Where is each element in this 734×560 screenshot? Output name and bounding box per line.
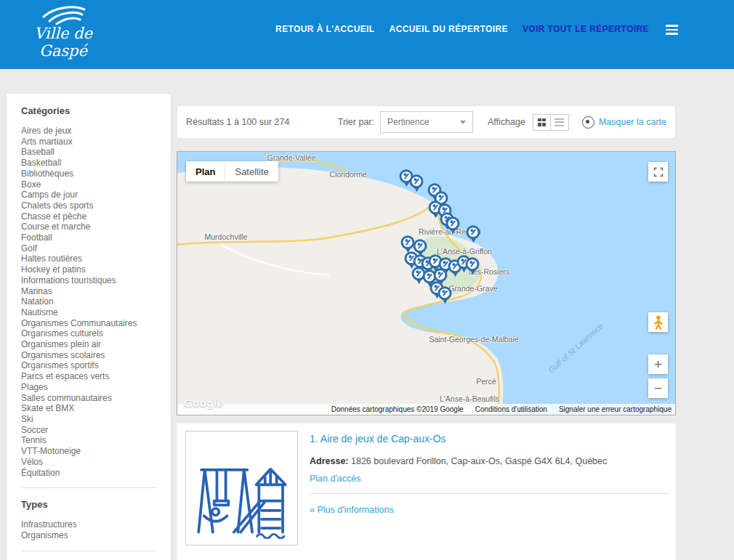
- nav-link[interactable]: ACCUEIL DU RÉPERTOIRE: [390, 24, 508, 34]
- map-canvas[interactable]: Grande-ValléeCloridormeMurdochvilleRiviè…: [177, 151, 676, 415]
- result-address: Adresse: 1826 boulevard Forillon, Cap-au…: [310, 456, 670, 466]
- access-map-link[interactable]: Plan d'accès: [310, 474, 360, 484]
- header-nav: RETOUR À L'ACCUEILACCUEIL DU RÉPERTOIREV…: [275, 24, 649, 34]
- sidebar-item[interactable]: Basketball: [21, 158, 156, 169]
- sidebar-item[interactable]: Équitation: [21, 468, 156, 479]
- sidebar-item[interactable]: Course et marche: [21, 222, 156, 232]
- nav-link[interactable]: RETOUR À L'ACCUEIL: [275, 24, 375, 34]
- map-place-label: Saint-Georges-de-Malbaie: [429, 335, 518, 344]
- map-plan-button[interactable]: Plan: [186, 161, 225, 182]
- sidebar-item[interactable]: Ski: [21, 414, 156, 425]
- map-pin-icon: [416, 241, 425, 251]
- list-view-button[interactable]: [551, 114, 569, 131]
- result-item: 1. Aire de jeux de Cap-aux-Os Adresse: 1…: [177, 423, 676, 560]
- report-error-link[interactable]: Signaler une erreur cartographique: [559, 405, 672, 413]
- sidebar-item[interactable]: Organismes scolaires: [21, 350, 156, 361]
- sidebar-item[interactable]: Natation: [21, 296, 156, 307]
- map-pin[interactable]: [467, 225, 480, 244]
- sidebar-item[interactable]: Chasse et pêche: [21, 211, 156, 222]
- sidebar-item[interactable]: Organismes Communautaires: [21, 318, 156, 329]
- sidebar-item[interactable]: Arts martiaux: [21, 137, 156, 147]
- list-icon: [554, 118, 564, 126]
- results-toolbar: Résultats 1 à 100 sur 274 Trier par: Per…: [177, 105, 676, 139]
- map-pin-head: [410, 174, 424, 188]
- grid-view-button[interactable]: [533, 114, 551, 131]
- map-pin[interactable]: [410, 174, 424, 193]
- sidebar-item[interactable]: Parcs et espaces verts: [21, 371, 156, 382]
- sidebar-item[interactable]: Chalets des sports: [21, 200, 156, 211]
- sidebar: CatégoriesAires de jeuxArts martiauxBase…: [6, 93, 172, 560]
- map-place-label: L'Anse-à-Beaufils: [440, 394, 499, 403]
- sidebar-item[interactable]: Organismes plein air: [21, 339, 156, 350]
- map-place-label: Cloridorme: [329, 170, 366, 179]
- hide-map-label: Masquer la carte: [599, 117, 666, 127]
- sidebar-item[interactable]: Nautisme: [21, 307, 156, 318]
- sidebar-item[interactable]: Bibliothèques: [21, 169, 156, 179]
- pegman-button[interactable]: [648, 312, 668, 332]
- nav-link[interactable]: VOIR TOUT LE RÉPERTOIRE: [523, 24, 649, 34]
- sidebar-item[interactable]: Soccer: [21, 425, 156, 436]
- sort-select[interactable]: Pertinence: [380, 111, 473, 133]
- sidebar-item[interactable]: Vélos: [21, 457, 156, 468]
- sidebar-item[interactable]: Camps de jour: [21, 190, 156, 200]
- view-toggle: [533, 114, 569, 131]
- sidebar-item[interactable]: Organismes: [21, 530, 156, 541]
- map-place-label: L'Anse-à-Griffon: [437, 247, 492, 256]
- fullscreen-button[interactable]: [648, 162, 668, 182]
- map-place-label: Murdochville: [205, 232, 248, 241]
- sidebar-item[interactable]: VTT-Motoneige: [21, 446, 156, 457]
- map-type-control: Plan Satellite: [186, 161, 278, 182]
- google-logo[interactable]: Google: [184, 397, 224, 409]
- map-pin-icon: [412, 176, 422, 186]
- result-divider: [310, 493, 670, 494]
- hide-map-button[interactable]: Masquer la carte: [582, 116, 666, 129]
- sidebar-item[interactable]: Football: [21, 232, 156, 243]
- sidebar-list: Aires de jeuxArts martiauxBaseballBasket…: [21, 126, 156, 478]
- sidebar-item[interactable]: Plages: [21, 382, 156, 393]
- sidebar-item[interactable]: Informations touristiques: [21, 275, 156, 286]
- zoom-out-button[interactable]: −: [648, 378, 668, 398]
- menu-icon[interactable]: [666, 25, 678, 35]
- sidebar-item[interactable]: Infrastructures: [21, 519, 156, 530]
- address-value: 1826 boulevard Forillon, Cap-aux-Os, Gas…: [349, 456, 608, 466]
- sidebar-item[interactable]: Salles communautaires: [21, 393, 156, 404]
- map-pin-head: [466, 257, 480, 271]
- sidebar-divider: [21, 487, 156, 488]
- sidebar-item[interactable]: Boxe: [21, 179, 156, 190]
- zoom-in-button[interactable]: +: [648, 354, 668, 374]
- display-label: Affichage: [488, 117, 525, 127]
- sidebar-list: InfrastructuresOrganismes: [21, 519, 156, 540]
- sidebar-section-title: Catégories: [21, 105, 156, 116]
- sidebar-item[interactable]: Organismes sportifs: [21, 360, 156, 371]
- map-pin-head: [446, 216, 460, 230]
- main-content: Résultats 1 à 100 sur 274 Trier par: Per…: [177, 105, 676, 560]
- sidebar-item[interactable]: Golf: [21, 243, 156, 254]
- playground-illustration: [194, 437, 290, 539]
- chevron-down-icon: [460, 121, 466, 124]
- sidebar-item[interactable]: Aires de jeux: [21, 126, 156, 137]
- sidebar-item[interactable]: Hockey et patins: [21, 264, 156, 275]
- grid-icon: [538, 118, 546, 126]
- results-count: Résultats 1 à 100 sur 274: [186, 117, 289, 127]
- sidebar-item[interactable]: Marinas: [21, 286, 156, 297]
- more-info-link[interactable]: » Plus d'informations: [310, 505, 394, 515]
- map-pin[interactable]: [466, 257, 480, 276]
- map-satellite-button[interactable]: Satellite: [225, 161, 278, 182]
- map-pin[interactable]: [438, 286, 452, 305]
- map-pin-head: [467, 225, 480, 239]
- sidebar-item[interactable]: Organismes culturels: [21, 328, 156, 339]
- map-pin[interactable]: [446, 216, 460, 235]
- sidebar-item[interactable]: Haltes routières: [21, 253, 156, 264]
- result-title-link[interactable]: 1. Aire de jeux de Cap-aux-Os: [310, 433, 446, 445]
- terms-link[interactable]: Conditions d'utilisation: [475, 405, 547, 413]
- sidebar-item[interactable]: Tennis: [21, 435, 156, 446]
- site-logo[interactable]: Ville de Gaspé: [9, 3, 118, 60]
- map-pin-icon: [448, 219, 458, 228]
- sidebar-item[interactable]: Baseball: [21, 147, 156, 158]
- attribution-text: Données cartographiques ©2019 Google: [331, 405, 464, 413]
- fullscreen-icon: [653, 167, 664, 177]
- map-pin-icon: [440, 288, 450, 298]
- sidebar-item[interactable]: Skate et BMX: [21, 403, 156, 414]
- map-pin-icon: [468, 259, 477, 269]
- result-thumbnail[interactable]: [185, 431, 298, 545]
